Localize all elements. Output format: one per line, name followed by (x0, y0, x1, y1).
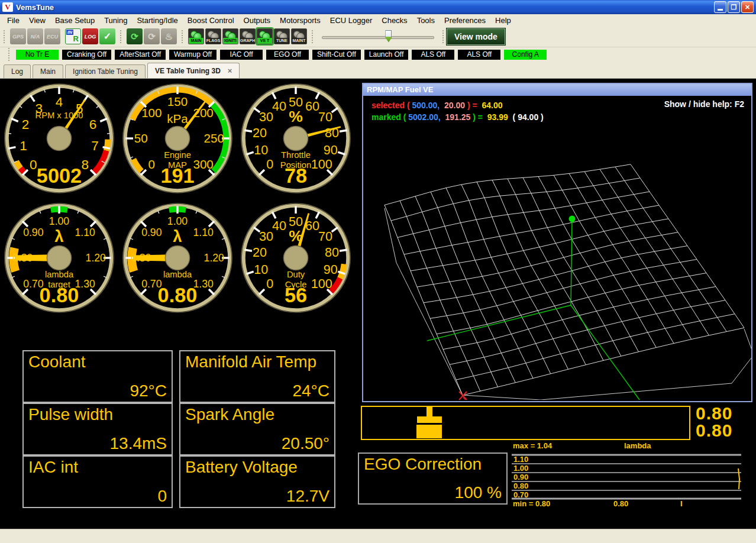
vems-logo-icon: V (2, 2, 13, 12)
tool-button-0[interactable]: ⟳ (127, 28, 143, 44)
toolbar-grip[interactable] (3, 30, 6, 44)
title-bar: V VemsTune ❐ ✕ (0, 0, 756, 14)
restore-icon: ❐ (731, 4, 737, 11)
tool-button-2[interactable]: ♨ (161, 28, 177, 44)
gauge-duty-cycle: 0102030405060708090100%DutyCycle56 (238, 200, 354, 316)
svg-text:1.20: 1.20 (86, 252, 106, 264)
help-hint: Show / hide help: F2 (664, 99, 744, 109)
gauge-value: 0.80 (158, 284, 198, 306)
menu-base-setup[interactable]: Base Setup (50, 15, 99, 25)
page-label: MAINT (292, 38, 306, 44)
toolbar: GPSN/AECUINRLOG✓⟳⟳♨MAINFLAGSIGNITIGRAPHV… (0, 26, 756, 47)
menu-boost-control[interactable]: Boost Control (183, 15, 239, 25)
svg-text:100: 100 (141, 106, 161, 119)
svg-text:20: 20 (253, 125, 267, 140)
svg-text:1.20: 1.20 (204, 252, 225, 264)
svg-text:10: 10 (254, 143, 268, 157)
page-button-graph[interactable]: GRAPH (240, 28, 256, 44)
menu-view[interactable]: View (24, 15, 50, 25)
gps-button[interactable]: GPS (10, 28, 26, 44)
zoom-slider[interactable] (322, 29, 434, 44)
na-button[interactable]: N/A (27, 28, 43, 44)
menu-starting-idle[interactable]: Starting/Idle (132, 15, 182, 25)
restore-button[interactable]: ❐ (728, 1, 740, 13)
status-ego-off: EGO Off (266, 50, 309, 60)
ve-panel-title: RPM/MAP Fuel VE (363, 84, 751, 96)
menu-checks[interactable]: Checks (377, 15, 412, 25)
svg-text:0: 0 (30, 157, 37, 172)
status-als-off: ALS Off (458, 50, 500, 60)
lambda-target-marker-bar (417, 416, 442, 423)
gauge-value: 191 (160, 164, 194, 187)
info-value: 13.4mS (110, 434, 167, 453)
svg-text:Engine: Engine (164, 150, 191, 160)
checkmark-icon: ✓ (104, 31, 111, 42)
lambda-current-value: 0.80 (696, 422, 752, 439)
svg-text:lambda: lambda (45, 270, 74, 279)
gauge-lambda: 0.700.800.901.001.101.201.30λlambda0.80 (119, 200, 235, 316)
svg-text:1.00: 1.00 (167, 215, 188, 227)
close-icon: ✕ (745, 4, 750, 11)
info-label: IAC int (28, 458, 78, 477)
ve-3d-view[interactable]: selected ( 500.00, 20.00 ) = 64.00marked… (363, 96, 751, 400)
cell-readout: selected ( 500.00, 20.00 ) = 64.00marked… (371, 99, 544, 123)
menu-motorsports[interactable]: Motorsports (275, 15, 325, 25)
menu-preferences[interactable]: Preferences (440, 15, 490, 25)
svg-text:7: 7 (91, 138, 99, 153)
tool-button-1[interactable]: ⟳ (144, 28, 160, 44)
menu-help[interactable]: Help (490, 15, 516, 25)
status-als-off: ALS Off (412, 50, 454, 60)
view-mode-button[interactable]: View mode (447, 28, 505, 45)
svg-text:10: 10 (254, 262, 268, 277)
slider-groove[interactable] (322, 36, 434, 39)
reload-3d-icon: ⟳ (131, 31, 138, 42)
tab-log[interactable]: Log (4, 64, 31, 78)
status-no-tr-e: No Tr E (16, 50, 59, 60)
ecu-button[interactable]: ECU (44, 28, 60, 44)
info-value: 92°C (130, 382, 167, 400)
tab-label: VE Table Tuning 3D (155, 64, 221, 77)
status-afterstart-off: AfterStart Off (115, 50, 166, 60)
toolbar-grip[interactable] (442, 30, 445, 44)
menu-tools[interactable]: Tools (412, 15, 440, 25)
toolbar-grip[interactable] (311, 30, 314, 44)
tab-bar: LogMainIgnition Table TuningVE Table Tun… (0, 62, 756, 79)
toolbar-grip[interactable] (119, 30, 122, 44)
toolbar-group-connection: GPSN/AECU (8, 27, 63, 46)
close-button[interactable]: ✕ (741, 1, 754, 13)
menu-tuning[interactable]: Tuning (99, 15, 132, 25)
svg-text:1.10: 1.10 (75, 227, 96, 238)
tab-main[interactable]: Main (33, 64, 63, 78)
toolbar-grip[interactable] (181, 30, 184, 44)
svg-text:30: 30 (259, 109, 273, 124)
page-label: IGNITI (223, 38, 238, 44)
ve-surface-wireframe[interactable] (363, 96, 751, 400)
svg-text:70: 70 (318, 109, 332, 124)
page-button-vet[interactable]: VE T (257, 28, 273, 44)
toolbar-group-3d-tools: ⟳⟳♨ (124, 27, 179, 46)
gauge-value: 78 (285, 164, 307, 187)
validate-button[interactable]: ✓ (99, 28, 115, 44)
page-button-igniti[interactable]: IGNITI (222, 28, 238, 44)
close-tab-icon[interactable]: × (228, 64, 232, 77)
menu-ecu-logger[interactable]: ECU Logger (325, 15, 377, 25)
menu-file[interactable]: File (2, 15, 24, 25)
in-r-button[interactable]: INR (65, 28, 81, 44)
minimize-button[interactable] (714, 1, 726, 13)
status-strip-grip[interactable] (8, 47, 11, 62)
gauge-engine-map: 050100150200250300kPaEngineMAP191 (119, 80, 235, 196)
log-button[interactable]: LOG (82, 28, 98, 44)
tab-ignition-table-tuning[interactable]: Ignition Table Tuning (65, 64, 146, 78)
ve-table-3d-panel: RPM/MAP Fuel VE selected ( 500.00, 20.00… (362, 83, 752, 402)
menu-outputs[interactable]: Outputs (239, 15, 276, 25)
tab-ve-table-tuning-3d[interactable]: VE Table Tuning 3D× (147, 63, 240, 78)
svg-text:λ: λ (54, 227, 63, 245)
svg-text:%: % (289, 108, 303, 125)
page-button-maint[interactable]: MAINT (291, 28, 307, 44)
status-launch-off: Launch Off (364, 50, 409, 60)
page-button-tune[interactable]: TUNE (274, 28, 290, 44)
slider-thumb[interactable] (385, 30, 392, 43)
page-button-flags[interactable]: FLAGS (205, 28, 221, 44)
svg-text:8: 8 (81, 157, 89, 172)
page-button-main[interactable]: MAIN (188, 28, 204, 44)
